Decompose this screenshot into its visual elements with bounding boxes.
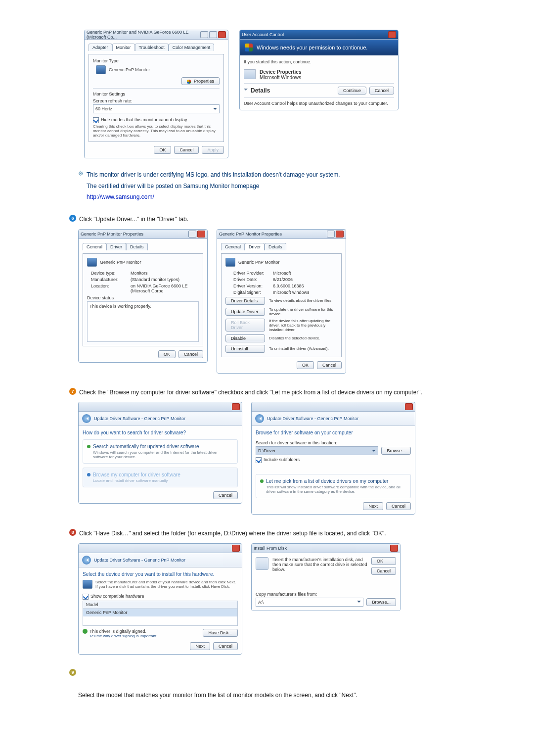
step-7-text: Check the "Browse my computer for driver…	[79, 388, 422, 397]
uac-title: User Account Control	[242, 32, 284, 37]
disk-icon	[256, 557, 268, 570]
device-status-label: Device status	[87, 295, 199, 300]
help-icon[interactable]	[327, 231, 335, 237]
dialog-title: Generic PnP Monitor and NVIDIA GeForce 6…	[87, 30, 200, 40]
uac-dialog: User Account Control Windows needs your …	[239, 30, 399, 110]
chevron-down-icon	[372, 450, 376, 454]
uac-prop-name: Device Properties	[260, 69, 302, 75]
update-driver-wizard-browse: Update Driver Software - Generic PnP Mon…	[251, 402, 415, 515]
tab-general[interactable]: General	[83, 243, 106, 250]
device-properties-general: Generic PnP Monitor Properties General D…	[78, 229, 208, 363]
step-8-text: Click "Have Disk…" and select the folder…	[79, 529, 386, 538]
back-icon[interactable]	[82, 414, 91, 423]
monitor-icon	[96, 65, 106, 74]
close-icon[interactable]	[232, 403, 240, 410]
step-8-icon: 8	[69, 529, 76, 536]
tab-driver[interactable]: Driver	[106, 243, 126, 250]
model-row[interactable]: Generic PnP Monitor	[83, 609, 237, 616]
device-status-box: This device is working properly.	[87, 301, 199, 342]
back-icon[interactable]	[82, 556, 91, 565]
location-label: Search for driver software in this locat…	[256, 440, 411, 445]
cancel-button[interactable]: Cancel	[174, 146, 199, 154]
update-driver-button[interactable]: Update Driver	[225, 308, 265, 316]
show-compatible-checkbox[interactable]	[83, 594, 89, 600]
note-link[interactable]: http://www.samsung.com/	[87, 193, 340, 200]
cancel-button[interactable]: Cancel	[371, 567, 396, 575]
close-icon[interactable]	[388, 31, 396, 38]
close-icon[interactable]	[218, 31, 226, 38]
monitor-icon	[83, 580, 92, 589]
location-input[interactable]: D:\Driver	[256, 446, 378, 455]
why-signing-link[interactable]: Tell me why driver signing is important	[89, 634, 156, 638]
back-icon[interactable]	[255, 414, 264, 423]
close-icon[interactable]	[336, 231, 344, 237]
close-icon[interactable]	[197, 231, 205, 237]
refresh-rate-select[interactable]: 60 Hertz	[93, 104, 220, 113]
opt-pick-from-list[interactable]: Let me pick from a list of device driver…	[256, 474, 411, 498]
model-header: Model	[83, 601, 237, 609]
opt-search-auto[interactable]: Search automatically for updated driver …	[83, 439, 238, 464]
tab-adapter[interactable]: Adapter	[89, 44, 112, 51]
close-icon[interactable]	[390, 545, 398, 552]
hide-modes-label: Hide modes that this monitor cannot disp…	[101, 117, 187, 122]
step-7-icon: 7	[69, 388, 76, 395]
uninstall-button[interactable]: Uninstall	[225, 345, 265, 353]
cancel-button[interactable]: Cancel	[317, 361, 342, 369]
rollback-driver-button[interactable]: Roll Back Driver	[225, 319, 265, 331]
apply-button[interactable]: Apply	[202, 146, 224, 154]
chevron-down-icon[interactable]	[244, 89, 248, 93]
tab-troubleshoot[interactable]: Troubleshoot	[135, 44, 169, 51]
tab-details[interactable]: Details	[126, 243, 148, 250]
chevron-down-icon	[357, 601, 361, 605]
section-monitor-settings: Monitor Settings	[93, 92, 220, 96]
have-disk-button[interactable]: Have Disk...	[203, 629, 238, 637]
cancel-button[interactable]: Cancel	[386, 502, 411, 510]
step-6-text: Click "Update Driver..." in the "Driver"…	[79, 215, 188, 224]
tab-color-management[interactable]: Color Management	[169, 44, 215, 51]
next-button[interactable]: Next	[190, 642, 210, 650]
cancel-button[interactable]: Cancel	[213, 642, 238, 650]
uac-details-toggle[interactable]: Details	[251, 87, 270, 94]
continue-button[interactable]: Continue	[338, 87, 366, 94]
refresh-rate-label: Screen refresh rate:	[93, 98, 220, 103]
uac-footer: User Account Control helps stop unauthor…	[244, 101, 394, 106]
monitor-icon	[87, 258, 97, 267]
cancel-button[interactable]: Cancel	[369, 87, 394, 94]
update-driver-wizard-search: Update Driver Software - Generic PnP Mon…	[78, 402, 242, 504]
monitor-icon	[225, 258, 235, 267]
driver-details-button[interactable]: Driver Details	[225, 297, 265, 305]
include-subfolders-checkbox[interactable]	[256, 457, 262, 463]
tab-general[interactable]: General	[221, 243, 245, 250]
minimize-icon[interactable]	[200, 31, 208, 38]
close-icon[interactable]	[232, 545, 240, 552]
next-button[interactable]: Next	[363, 502, 383, 510]
browse-button[interactable]: Browse...	[366, 598, 396, 606]
hide-modes-description: Clearing this check box allows you to se…	[93, 124, 220, 138]
note-line2: The certified driver will be posted on S…	[87, 182, 340, 191]
close-icon[interactable]	[405, 403, 413, 410]
maximize-icon[interactable]	[209, 31, 217, 38]
wizard-hint: Select the manufacturer and model of you…	[95, 580, 238, 589]
hide-modes-checkbox[interactable]	[93, 117, 99, 123]
tab-driver[interactable]: Driver	[245, 243, 265, 250]
properties-button[interactable]: Properties	[181, 77, 220, 85]
copy-from-input[interactable]: A:\	[256, 598, 363, 607]
wizard-heading: Browse for driver software on your compu…	[256, 430, 411, 435]
ok-button[interactable]: OK	[371, 557, 396, 565]
section-monitor-type: Monitor Type	[93, 58, 220, 63]
ok-button[interactable]: OK	[158, 350, 176, 358]
ok-button[interactable]: OK	[154, 146, 171, 154]
ok-button[interactable]: OK	[297, 361, 314, 369]
device-properties-driver: Generic PnP Monitor Properties General D…	[217, 229, 346, 374]
disable-button[interactable]: Disable	[225, 334, 265, 342]
opt-browse-computer[interactable]: Browse my computer for driver software L…	[83, 468, 238, 487]
cancel-button[interactable]: Cancel	[213, 491, 238, 499]
help-icon[interactable]	[188, 231, 196, 237]
tab-details[interactable]: Details	[265, 243, 286, 250]
shield-icon	[187, 80, 191, 84]
browse-button[interactable]: Browse...	[381, 447, 411, 455]
ifd-message: Insert the manufacturer's installation d…	[272, 557, 367, 575]
signed-icon	[83, 629, 88, 634]
tab-monitor[interactable]: Monitor	[112, 44, 135, 51]
cancel-button[interactable]: Cancel	[178, 350, 203, 358]
